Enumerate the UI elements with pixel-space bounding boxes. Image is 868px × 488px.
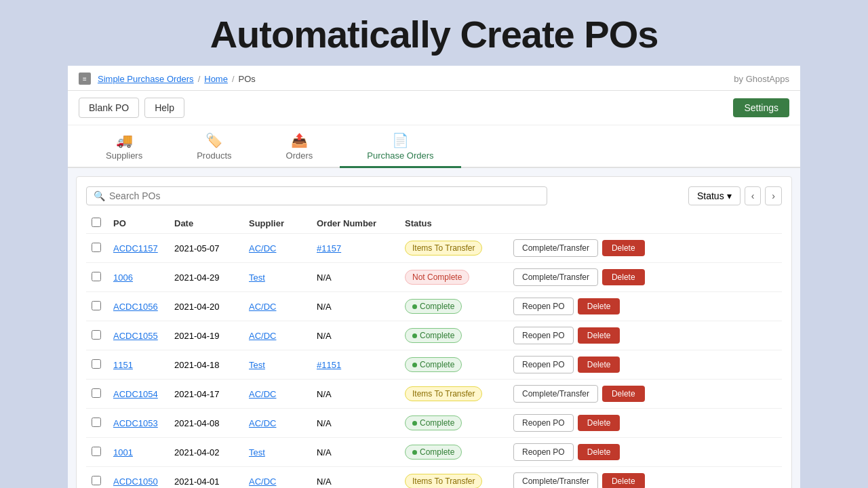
reopen-po-button[interactable]: Reopen PO	[513, 298, 574, 315]
blank-po-button[interactable]: Blank PO	[79, 98, 139, 118]
row-checkbox[interactable]	[92, 476, 101, 485]
status-badge: Complete	[405, 357, 462, 372]
tab-orders-label: Orders	[286, 150, 313, 161]
order-number: N/A	[311, 380, 399, 409]
complete-transfer-button[interactable]: Complete/Transfer	[513, 472, 598, 488]
help-button[interactable]: Help	[144, 98, 184, 118]
row-checkbox[interactable]	[92, 359, 101, 369]
next-page-button[interactable]: ›	[765, 186, 782, 205]
delete-button[interactable]: Delete	[602, 240, 645, 256]
col-header-po: PO	[108, 214, 169, 234]
table-row: ACDC10502021-04-01AC/DCN/AItems To Trans…	[86, 467, 782, 489]
complete-transfer-button[interactable]: Complete/Transfer	[513, 268, 598, 286]
supplier-link[interactable]: Test	[249, 447, 265, 458]
complete-dot-icon	[412, 304, 417, 309]
table-row: ACDC10542021-04-17AC/DCN/AItems To Trans…	[86, 380, 782, 409]
reopen-po-button[interactable]: Reopen PO	[513, 327, 574, 344]
breadcrumb-spo[interactable]: Simple Purchase Orders	[98, 74, 194, 84]
row-checkbox[interactable]	[92, 388, 101, 398]
search-input[interactable]	[109, 190, 540, 201]
col-header-status: Status	[399, 214, 508, 234]
row-checkbox[interactable]	[92, 301, 101, 310]
action-buttons: Reopen PODelete	[513, 414, 776, 432]
supplier-link[interactable]: AC/DC	[249, 389, 276, 399]
supplier-link[interactable]: Test	[249, 272, 265, 283]
po-date: 2021-04-20	[169, 292, 243, 321]
complete-transfer-button[interactable]: Complete/Transfer	[513, 239, 598, 257]
table-row: 10062021-04-29TestN/ANot CompleteComplet…	[86, 263, 782, 292]
delete-button[interactable]: Delete	[578, 298, 620, 314]
supplier-link[interactable]: AC/DC	[249, 302, 276, 312]
reopen-po-button[interactable]: Reopen PO	[513, 414, 574, 432]
tab-purchase-orders[interactable]: 📄 Purchase Orders	[340, 125, 460, 168]
po-table: PO Date Supplier Order Number Status ACD…	[86, 214, 782, 488]
reopen-po-button[interactable]: Reopen PO	[513, 356, 574, 373]
reopen-po-button[interactable]: Reopen PO	[513, 443, 574, 461]
po-link[interactable]: 1151	[113, 360, 133, 370]
delete-button[interactable]: Delete	[602, 269, 645, 285]
po-link[interactable]: ACDC1157	[113, 243, 158, 253]
po-link[interactable]: ACDC1054	[113, 389, 158, 399]
po-date: 2021-04-02	[169, 438, 243, 467]
row-checkbox[interactable]	[92, 272, 101, 281]
tab-products[interactable]: 🏷️ Products	[170, 125, 258, 168]
tab-suppliers-label: Suppliers	[106, 150, 142, 161]
status-badge: Items To Transfer	[405, 474, 482, 488]
delete-button[interactable]: Delete	[578, 444, 620, 460]
delete-button[interactable]: Delete	[578, 415, 620, 431]
tab-suppliers[interactable]: 🚚 Suppliers	[79, 125, 170, 168]
tab-products-label: Products	[197, 150, 231, 161]
po-link[interactable]: ACDC1050	[113, 476, 158, 487]
action-buttons: Reopen PODelete	[513, 356, 776, 373]
order-number: N/A	[311, 438, 399, 467]
tag-icon: 🏷️	[205, 132, 222, 148]
prev-page-button[interactable]: ‹	[745, 186, 762, 205]
status-badge: Complete	[405, 415, 462, 430]
delete-button[interactable]: Delete	[578, 327, 620, 344]
row-checkbox[interactable]	[92, 330, 101, 340]
select-all-checkbox[interactable]	[92, 218, 101, 227]
row-checkbox[interactable]	[92, 243, 101, 252]
po-link[interactable]: 1001	[113, 447, 133, 458]
supplier-link[interactable]: Test	[249, 360, 265, 370]
po-link[interactable]: 1006	[113, 272, 133, 283]
order-number-link[interactable]: #1157	[317, 243, 341, 253]
order-number-link[interactable]: #1151	[317, 360, 341, 370]
order-number: N/A	[311, 292, 399, 321]
tab-orders[interactable]: 📤 Orders	[259, 125, 340, 168]
settings-button[interactable]: Settings	[733, 98, 789, 117]
po-date: 2021-04-17	[169, 380, 243, 409]
row-checkbox[interactable]	[92, 447, 101, 456]
po-date: 2021-04-01	[169, 467, 243, 489]
main-content: 🔍 Status ▾ ‹ › PO Date Supplier	[76, 176, 792, 488]
action-buttons: Reopen PODelete	[513, 298, 776, 315]
by-ghostapps: by GhostApps	[734, 74, 789, 84]
status-label: Status	[697, 190, 724, 201]
breadcrumb: ≡ Simple Purchase Orders / Home / POs	[79, 73, 256, 85]
status-dropdown[interactable]: Status ▾	[688, 186, 741, 205]
delete-button[interactable]: Delete	[602, 473, 645, 488]
app-icon: ≡	[79, 73, 91, 85]
status-badge: Not Complete	[405, 270, 469, 285]
table-row: 10012021-04-02TestN/ACompleteReopen PODe…	[86, 438, 782, 467]
action-buttons: Complete/TransferDelete	[513, 472, 776, 488]
status-badge: Items To Transfer	[405, 386, 482, 401]
col-header-actions	[508, 214, 782, 234]
action-buttons: Reopen PODelete	[513, 327, 776, 344]
po-link[interactable]: ACDC1055	[113, 331, 158, 341]
supplier-link[interactable]: AC/DC	[249, 476, 276, 487]
status-badge: Complete	[405, 445, 462, 460]
breadcrumb-pos: POs	[239, 74, 256, 84]
row-checkbox[interactable]	[92, 418, 101, 427]
breadcrumb-home[interactable]: Home	[204, 74, 228, 84]
delete-button[interactable]: Delete	[602, 386, 645, 402]
complete-transfer-button[interactable]: Complete/Transfer	[513, 385, 598, 403]
supplier-link[interactable]: AC/DC	[249, 331, 276, 341]
supplier-link[interactable]: AC/DC	[249, 243, 276, 253]
po-link[interactable]: ACDC1056	[113, 302, 158, 312]
status-badge: Items To Transfer	[405, 241, 482, 256]
supplier-link[interactable]: AC/DC	[249, 418, 276, 428]
delete-button[interactable]: Delete	[578, 357, 620, 373]
search-icon: 🔍	[94, 190, 105, 201]
po-link[interactable]: ACDC1053	[113, 418, 158, 428]
